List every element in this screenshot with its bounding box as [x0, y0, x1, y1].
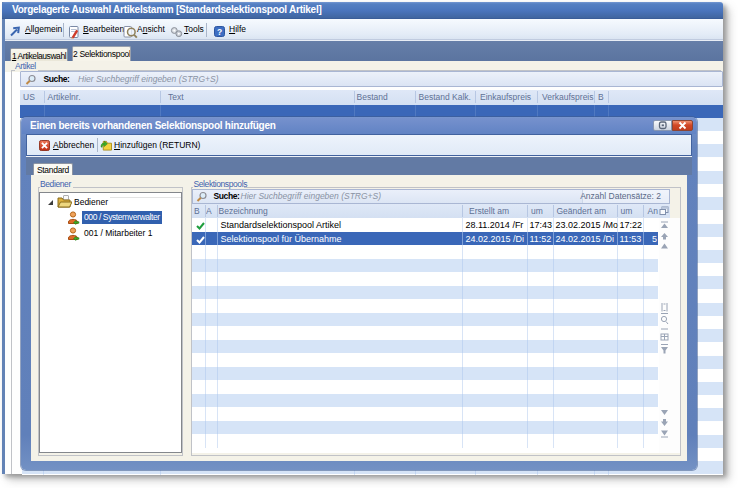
svg-text:?: ? — [217, 27, 222, 37]
